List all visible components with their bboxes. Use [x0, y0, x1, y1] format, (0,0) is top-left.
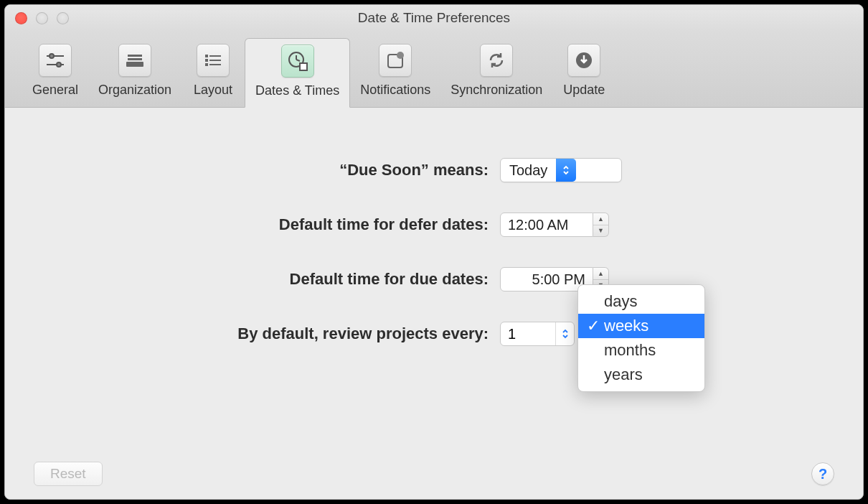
svg-rect-4 — [128, 55, 142, 57]
svg-rect-11 — [205, 63, 208, 66]
dropdown-option-years[interactable]: years — [578, 363, 704, 387]
tab-label: General — [32, 83, 78, 98]
svg-rect-9 — [205, 59, 208, 62]
svg-rect-16 — [300, 63, 307, 70]
dropdown-option-days[interactable]: days — [578, 289, 704, 314]
chevron-up-icon: ▲ — [593, 213, 608, 225]
review-count-input[interactable]: 1 — [500, 322, 575, 346]
chevron-down-icon: ▼ — [593, 225, 608, 237]
close-button[interactable] — [15, 12, 27, 24]
content-pane: “Due Soon” means: Today Default time for… — [5, 108, 863, 499]
svg-rect-6 — [126, 62, 143, 67]
svg-line-15 — [296, 60, 300, 61]
review-count-value: 1 — [501, 326, 555, 342]
clock-icon — [281, 45, 314, 78]
svg-point-2 — [49, 54, 54, 58]
tab-label: Synchronization — [450, 83, 542, 98]
traffic-lights — [15, 12, 69, 24]
due-time-label: Default time for due dates: — [34, 270, 500, 289]
zoom-button[interactable] — [57, 12, 69, 24]
minimize-button[interactable] — [36, 12, 48, 24]
notify-icon — [379, 44, 412, 77]
dropdown-option-months[interactable]: months — [578, 338, 704, 363]
stack-icon — [118, 44, 151, 77]
window-title: Date & Time Preferences — [358, 10, 510, 26]
chevron-up-icon: ▲ — [593, 268, 608, 280]
review-unit-dropdown: days weeks months years — [577, 284, 705, 392]
svg-rect-7 — [205, 55, 208, 57]
defer-time-field[interactable]: 12:00 AM — [500, 213, 593, 237]
tab-label: Notifications — [360, 83, 430, 98]
tab-label: Organization — [98, 83, 171, 98]
download-icon — [567, 44, 600, 77]
review-label: By default, review projects every: — [34, 325, 500, 343]
tab-organization[interactable]: Organization — [88, 38, 181, 106]
chevron-up-down-icon — [556, 159, 576, 182]
defer-time-value: 12:00 AM — [508, 217, 569, 233]
list-icon — [197, 44, 230, 77]
titlebar: Date & Time Preferences — [5, 5, 863, 31]
dropdown-option-weeks[interactable]: weeks — [578, 314, 704, 338]
svg-rect-8 — [209, 55, 221, 57]
svg-point-18 — [397, 52, 404, 59]
due-soon-label: “Due Soon” means: — [34, 161, 500, 179]
svg-rect-12 — [209, 64, 221, 65]
tab-dates-times[interactable]: Dates & Times — [245, 38, 350, 108]
tab-general[interactable]: General — [22, 38, 88, 106]
sync-icon — [480, 44, 513, 77]
tab-layout[interactable]: Layout — [181, 38, 245, 106]
tab-synchronization[interactable]: Synchronization — [440, 38, 552, 106]
svg-rect-5 — [128, 58, 142, 60]
reset-button[interactable]: Reset — [34, 462, 103, 486]
tab-label: Layout — [194, 83, 232, 98]
defer-time-label: Default time for defer dates: — [34, 215, 500, 234]
tab-notifications[interactable]: Notifications — [350, 38, 440, 106]
defer-time-stepper[interactable]: ▲ ▼ — [593, 213, 609, 237]
due-soon-value: Today — [501, 162, 556, 179]
sliders-icon — [39, 44, 72, 77]
tab-label: Update — [563, 83, 605, 98]
svg-point-3 — [57, 62, 61, 67]
due-soon-select[interactable]: Today — [500, 158, 622, 182]
tab-update[interactable]: Update — [552, 38, 615, 106]
preferences-window: Date & Time Preferences General Organiza… — [4, 4, 864, 500]
tab-label: Dates & Times — [255, 83, 339, 98]
preferences-toolbar: General Organization Layout Dates & Time… — [5, 31, 863, 108]
help-button[interactable]: ? — [811, 462, 834, 485]
due-time-value: 5:00 PM — [532, 271, 585, 288]
svg-rect-10 — [209, 60, 221, 61]
chevron-up-down-icon — [555, 322, 574, 345]
